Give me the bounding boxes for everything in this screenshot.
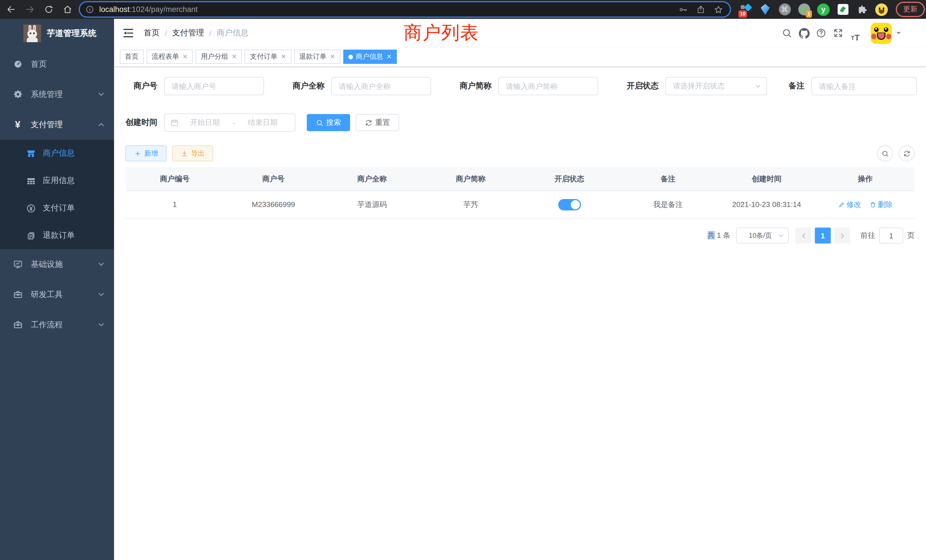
- cell-merchant-id: 1: [126, 191, 224, 218]
- tab-merchant-info[interactable]: 商户信息✕: [343, 50, 397, 64]
- github-icon[interactable]: [796, 24, 813, 42]
- breadcrumb-current: 商户信息: [217, 28, 249, 38]
- export-button[interactable]: 导出: [172, 145, 213, 161]
- page-size-select[interactable]: 10条/页: [736, 227, 788, 244]
- sidebar-item-refund-order[interactable]: 退款订单: [0, 222, 114, 249]
- cell-status: [520, 191, 619, 218]
- sidebar-collapse-icon[interactable]: [122, 27, 135, 39]
- status-label: 开启状态: [616, 81, 666, 91]
- current-page[interactable]: 1: [815, 227, 831, 244]
- browser-reload-button[interactable]: [41, 2, 56, 17]
- close-icon[interactable]: ✕: [281, 53, 286, 61]
- sidebar-item-infra[interactable]: 基础设施: [0, 249, 114, 279]
- chevron-down-icon: [98, 261, 104, 268]
- short-name-input[interactable]: [498, 77, 598, 95]
- create-time-label: 创建时间: [126, 118, 164, 128]
- pagination-total: 共 1 条: [707, 230, 731, 241]
- chevron-left-icon: [800, 232, 806, 239]
- next-page-button[interactable]: [834, 227, 850, 244]
- monitor-icon: [11, 259, 24, 269]
- address-bar[interactable]: localhost:1024/pay/merchant: [80, 2, 730, 17]
- refresh-button[interactable]: [899, 145, 915, 161]
- app-logo[interactable]: 芋道管理系统: [0, 19, 114, 47]
- remark-label: 备注: [785, 81, 811, 91]
- extension-note-icon[interactable]: [837, 3, 849, 16]
- close-icon[interactable]: ✕: [330, 53, 335, 61]
- share-icon[interactable]: [696, 5, 705, 14]
- font-size-icon[interactable]: TT: [847, 24, 864, 42]
- cell-merchant-no: M233666999: [224, 191, 323, 218]
- tab-pay-order[interactable]: 支付订单✕: [245, 50, 291, 64]
- chevron-down-icon: [755, 83, 761, 89]
- refresh-icon: [903, 150, 910, 157]
- tab-user-group[interactable]: 用户分组✕: [195, 50, 242, 64]
- sidebar-item-merchant-info[interactable]: 商户信息: [0, 140, 114, 167]
- close-icon[interactable]: ✕: [387, 53, 392, 61]
- sidebar-item-home[interactable]: 首页: [0, 49, 114, 79]
- table-toolbar: 新增 导出: [126, 145, 915, 161]
- extension-camera-icon[interactable]: 1: [798, 3, 810, 16]
- cell-actions: 修改 删除: [816, 191, 915, 218]
- status-select[interactable]: 请选择开启状态: [666, 77, 767, 95]
- merchant-table: 商户编号 商户号 商户全称 商户简称 开启状态 备注 创建时间 操作 1 M23…: [126, 167, 915, 218]
- sidebar-pay-submenu: 商户信息 应用信息 支付订单: [0, 140, 114, 249]
- page-unit-label: 页: [907, 230, 915, 241]
- browser-forward-button[interactable]: [22, 2, 37, 17]
- sidebar-item-pay-order[interactable]: 支付订单: [0, 194, 114, 222]
- extension-command-icon[interactable]: ⌘: [778, 3, 791, 16]
- tab-home[interactable]: 首页: [120, 50, 144, 64]
- breadcrumb-pay[interactable]: 支付管理: [172, 28, 204, 38]
- sidebar-item-system[interactable]: 系统管理: [0, 79, 114, 109]
- merchant-list-page: 商户号 商户全称 商户简称 开启状态 请选择开启状态: [114, 67, 926, 560]
- delete-button[interactable]: 删除: [869, 199, 893, 210]
- browser-profile-avatar[interactable]: [875, 3, 888, 16]
- fullscreen-icon[interactable]: [830, 24, 847, 42]
- remark-input[interactable]: [811, 77, 917, 95]
- chevron-right-icon: [839, 232, 845, 239]
- full-name-input[interactable]: [331, 77, 431, 95]
- sidebar-item-app-info[interactable]: 应用信息: [0, 167, 114, 194]
- bookmark-star-icon[interactable]: [714, 5, 723, 14]
- breadcrumb-home[interactable]: 首页: [144, 28, 160, 38]
- close-icon[interactable]: ✕: [183, 53, 188, 61]
- help-icon[interactable]: [813, 24, 830, 42]
- extension-youdao-icon[interactable]: y: [817, 3, 830, 16]
- header-search-icon[interactable]: [778, 24, 796, 42]
- extension-grid-diamond-icon[interactable]: 10: [740, 3, 752, 16]
- sidebar-item-dev-tools[interactable]: 研发工具: [0, 279, 114, 310]
- date-range-picker[interactable]: 开始日期 - 结束日期: [164, 114, 295, 132]
- close-icon[interactable]: ✕: [232, 53, 237, 61]
- filter-row-2: 创建时间 开始日期 - 结束日期 搜索 重置: [126, 114, 915, 132]
- reset-button[interactable]: 重置: [356, 114, 399, 131]
- add-button[interactable]: 新增: [126, 145, 166, 161]
- prev-page-button[interactable]: [796, 227, 811, 244]
- extensions-puzzle-icon[interactable]: [856, 3, 869, 16]
- tab-process-form[interactable]: 流程表单✕: [147, 50, 193, 64]
- search-button[interactable]: 搜索: [307, 114, 350, 131]
- goto-page-input[interactable]: [879, 227, 903, 244]
- store-icon: [24, 148, 37, 158]
- goto-label: 前往: [861, 230, 875, 241]
- url-text[interactable]: localhost:1024/pay/merchant: [99, 5, 198, 14]
- edit-button[interactable]: 修改: [838, 199, 861, 210]
- date-end-placeholder: 结束日期: [236, 118, 289, 128]
- merchant-no-input[interactable]: [164, 77, 264, 95]
- status-toggle[interactable]: [558, 199, 581, 210]
- sidebar: 芋道管理系统 首页 系统管理 ¥: [0, 19, 114, 560]
- tags-view: 首页 流程表单✕ 用户分组✕ 支付订单✕ 退款订单✕ 商户信息✕: [114, 47, 926, 67]
- tab-refund-order[interactable]: 退款订单✕: [294, 50, 340, 64]
- cell-remark: 我是备注: [619, 191, 717, 218]
- screenshot: localhost:1024/pay/merchant 10 ⌘ 1 y: [0, 0, 926, 560]
- extension-gem-icon[interactable]: [759, 3, 772, 16]
- yen-icon: ¥: [11, 120, 24, 129]
- sidebar-item-workflow[interactable]: 工作流程: [0, 310, 114, 340]
- password-key-icon[interactable]: [679, 5, 688, 14]
- browser-update-button[interactable]: 更新: [896, 2, 925, 17]
- toggle-search-button[interactable]: [877, 145, 893, 161]
- browser-home-button[interactable]: [60, 2, 75, 17]
- browser-back-button[interactable]: [3, 2, 18, 17]
- site-info-icon[interactable]: [86, 5, 94, 14]
- annotation-overlay: 商户列表: [404, 21, 479, 45]
- sidebar-item-pay[interactable]: ¥ 支付管理: [0, 109, 114, 140]
- user-avatar-menu[interactable]: [871, 23, 901, 44]
